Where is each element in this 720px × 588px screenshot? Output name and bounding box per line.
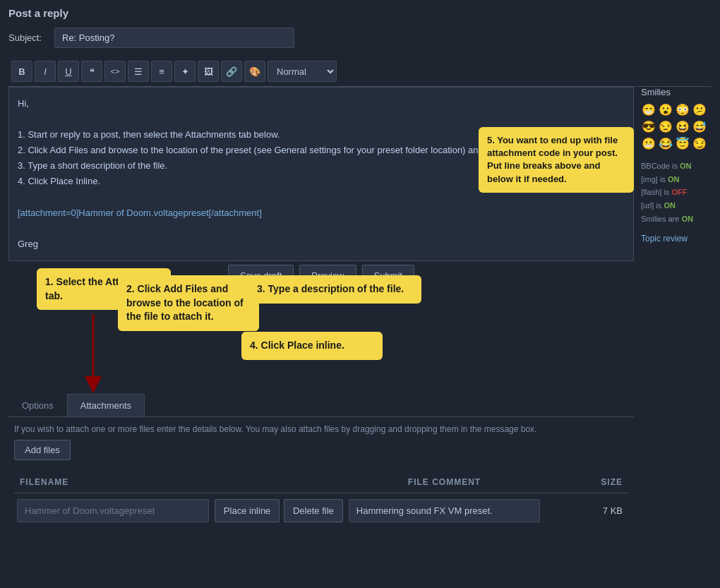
smiley-icon[interactable]: 😅	[692, 119, 707, 134]
table-row: Place inline Delete file 7 KB	[14, 493, 628, 528]
italic-button[interactable]: I	[35, 61, 56, 82]
smilies-grid: 😁😮😳😕😎😒😆😅😬😂😇😏	[641, 102, 712, 151]
underline-button[interactable]: U	[58, 61, 79, 82]
attachment-code: [attachment=0]Hammer of Doom.voltagepres…	[18, 205, 625, 221]
actions-header	[212, 472, 346, 493]
callout-region: 1. Select the Attachment tab. 2. Click A…	[8, 261, 634, 388]
editor-line-greg: Greg	[18, 236, 625, 252]
code-button[interactable]: <>	[104, 61, 126, 82]
callout-2: 2. Click Add Files and browse to the loc…	[118, 275, 259, 331]
link-button[interactable]: 🔗	[221, 61, 242, 82]
bbcode-status: ON	[668, 175, 680, 184]
attachments-section: If you wish to attach one or more files …	[8, 417, 634, 535]
bbcode-info: BBCode is ON[img] is ON[flash] is OFF[ur…	[641, 160, 712, 225]
topic-review-link[interactable]: Topic review	[641, 234, 712, 244]
callout-4: 4. Click Place inline.	[241, 332, 383, 360]
bbcode-item: BBCode is ON	[641, 160, 712, 173]
filename-header: FILENAME	[14, 472, 212, 493]
smiley-icon[interactable]: 😇	[675, 136, 690, 151]
smiley-icon[interactable]: 😒	[658, 119, 673, 134]
bbcode-status: ON	[680, 162, 692, 170]
callout-3: 3. Type a description of the file.	[248, 275, 421, 304]
callout-5: 5. You want to end up with file attachme…	[479, 127, 634, 193]
image-button[interactable]: 🖼	[198, 61, 219, 82]
subject-row: Subject:	[8, 28, 712, 48]
file-actions-cell: Place inline Delete file	[212, 493, 346, 528]
smiley-icon[interactable]: 😎	[641, 119, 656, 134]
file-comment-header: FILE COMMENT	[346, 472, 543, 493]
arrow-1	[79, 314, 121, 399]
file-size-cell: 7 KB	[543, 493, 628, 528]
smiley-icon[interactable]: 😬	[641, 136, 656, 151]
list-ul-button[interactable]: ☰	[128, 61, 149, 82]
tab-attachments[interactable]: Attachments	[67, 394, 145, 416]
bold-button[interactable]: B	[11, 61, 32, 82]
files-table: FILENAME FILE COMMENT SIZE Plac	[14, 472, 628, 528]
subject-label: Subject:	[8, 32, 47, 43]
smiley-icon[interactable]: 😏	[692, 136, 707, 151]
add-files-button[interactable]: Add files	[14, 440, 71, 460]
smiley-icon[interactable]: 😮	[658, 102, 673, 117]
smiley-icon[interactable]: 😆	[675, 119, 690, 134]
special-button[interactable]: ✦	[174, 61, 196, 82]
smilies-label: Smilies	[641, 87, 712, 97]
delete-file-button[interactable]: Delete file	[284, 499, 343, 522]
tabs-row: Options Attachments	[8, 394, 634, 417]
size-header: SIZE	[543, 472, 628, 493]
place-inline-button[interactable]: Place inline	[215, 499, 280, 522]
file-comment-cell	[346, 493, 543, 528]
smiley-icon[interactable]: 😁	[641, 102, 656, 117]
editor-line-hi: Hi,	[18, 96, 625, 112]
bbcode-item: [img] is ON	[641, 173, 712, 186]
bbcode-status: ON	[664, 201, 676, 210]
file-name-cell	[14, 493, 212, 528]
quote-button[interactable]: ❝	[81, 61, 102, 82]
smiley-icon[interactable]: 😕	[692, 102, 707, 117]
color-button[interactable]: 🎨	[244, 61, 265, 82]
file-name-input[interactable]	[17, 499, 209, 522]
bbcode-item: [url] is ON	[641, 199, 712, 212]
bbcode-item: Smilies are ON	[641, 212, 712, 226]
file-comment-input[interactable]	[349, 499, 540, 522]
smiley-icon[interactable]: 😂	[658, 136, 673, 151]
post-reply-title: Post a reply	[8, 7, 712, 19]
bbcode-item: [flash] is OFF	[641, 186, 712, 199]
format-select[interactable]: Normal Heading 1 Heading 2 Heading 3	[268, 61, 337, 82]
bbcode-status: ON	[681, 215, 693, 223]
attachments-info: If you wish to attach one or more files …	[14, 424, 628, 434]
subject-input[interactable]	[54, 28, 294, 48]
tab-options[interactable]: Options	[8, 394, 67, 416]
smiley-icon[interactable]: 😳	[675, 102, 690, 117]
main-content-area: Hi, 1. Start or reply to a post, then se…	[8, 87, 712, 535]
editor-section: Hi, 1. Start or reply to a post, then se…	[8, 87, 634, 535]
list-ol-button[interactable]: ≡	[151, 61, 172, 82]
sidebar: Smilies 😁😮😳😕😎😒😆😅😬😂😇😏 BBCode is ON[img] i…	[641, 87, 712, 535]
editor-toolbar: B I U ❝ <> ☰ ≡ ✦ 🖼 🔗 🎨 Normal Heading 1 …	[8, 56, 712, 87]
bbcode-status: OFF	[671, 188, 687, 196]
